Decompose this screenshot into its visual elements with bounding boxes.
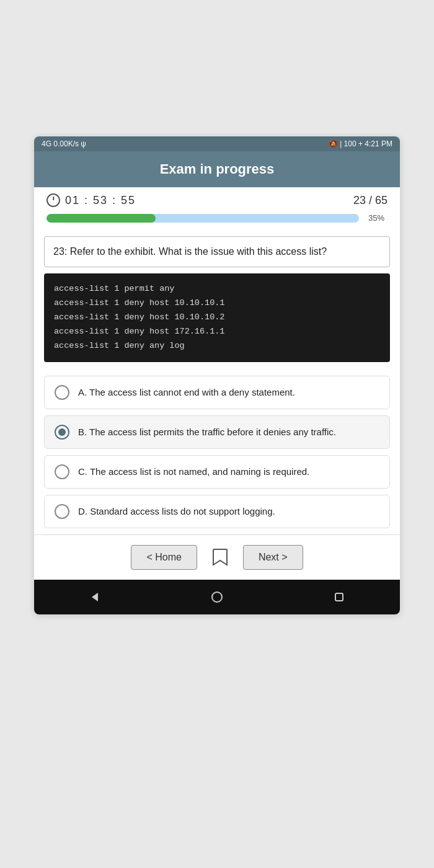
question-area: 23: Refer to the exhibit. What is the is… (34, 229, 400, 376)
recents-icon (334, 591, 345, 603)
radio-b-fill (58, 428, 66, 436)
status-right: 🔕 | 100 + 4:21 PM (329, 140, 392, 148)
radio-b (55, 425, 69, 440)
option-c[interactable]: C. The access list is not named, and nam… (44, 455, 390, 489)
exam-header: Exam in progress (34, 151, 400, 187)
timer-display: 01 : 53 : 55 (65, 194, 136, 207)
question-number: 23 (53, 246, 64, 257)
android-nav-bar (34, 580, 400, 614)
bottom-nav: < Home Next > (34, 534, 400, 580)
home-button[interactable]: < Home (131, 545, 197, 570)
code-line-3: access-list 1 deny host 10.10.10.2 (54, 311, 380, 325)
code-line-5: access-list 1 deny any log (54, 339, 380, 353)
svg-rect-2 (335, 593, 343, 601)
timer-row: 01 : 53 : 55 23 / 65 (34, 187, 400, 213)
question-box: 23: Refer to the exhibit. What is the is… (44, 236, 390, 267)
progress-bar-fill (46, 214, 156, 223)
timer-left: 01 : 53 : 55 (46, 193, 136, 207)
status-left: 4G 0.00K/s ψ (42, 140, 86, 148)
option-c-text: C. The access list is not named, and nam… (78, 465, 309, 478)
options-area: A. The access list cannot end with a den… (34, 376, 400, 528)
option-a-text: A. The access list cannot end with a den… (78, 386, 295, 399)
option-d[interactable]: D. Standard access lists do not support … (44, 495, 390, 528)
progress-bar-background (46, 214, 359, 223)
code-line-2: access-list 1 deny host 10.10.10.1 (54, 296, 380, 311)
back-icon (89, 591, 100, 603)
recents-button[interactable] (330, 588, 348, 606)
svg-point-1 (212, 592, 222, 602)
bookmark-button[interactable] (212, 548, 228, 567)
option-b-text: B. The access list permits the traffic b… (78, 425, 336, 438)
bookmark-icon (212, 548, 228, 567)
option-d-text: D. Standard access lists do not support … (78, 505, 275, 518)
back-button[interactable] (86, 588, 104, 606)
home-circle-icon (211, 591, 223, 603)
code-line-1: access-list 1 permit any (54, 282, 380, 296)
status-icons: 🔕 | 100 + 4:21 PM (329, 140, 392, 148)
signal-text: 4G 0.00K/s ψ (42, 140, 86, 148)
radio-a (55, 385, 69, 400)
radio-d (55, 504, 69, 519)
code-exhibit: access-list 1 permit any access-list 1 d… (44, 273, 390, 362)
option-b[interactable]: B. The access list permits the traffic b… (44, 415, 390, 449)
progress-label: 35% (365, 213, 388, 223)
question-text: Refer to the exhibit. What is the issue … (70, 246, 327, 257)
timer-icon (46, 193, 60, 207)
progress-container: 35% (34, 213, 400, 229)
next-button[interactable]: Next > (243, 545, 303, 570)
exam-title: Exam in progress (160, 161, 275, 177)
question-count: 23 / 65 (353, 194, 388, 207)
code-line-4: access-list 1 deny host 172.16.1.1 (54, 325, 380, 339)
home-android-button[interactable] (208, 588, 226, 606)
radio-c (55, 464, 69, 479)
svg-marker-0 (92, 593, 98, 601)
option-a[interactable]: A. The access list cannot end with a den… (44, 376, 390, 409)
status-bar: 4G 0.00K/s ψ 🔕 | 100 + 4:21 PM (34, 136, 400, 151)
